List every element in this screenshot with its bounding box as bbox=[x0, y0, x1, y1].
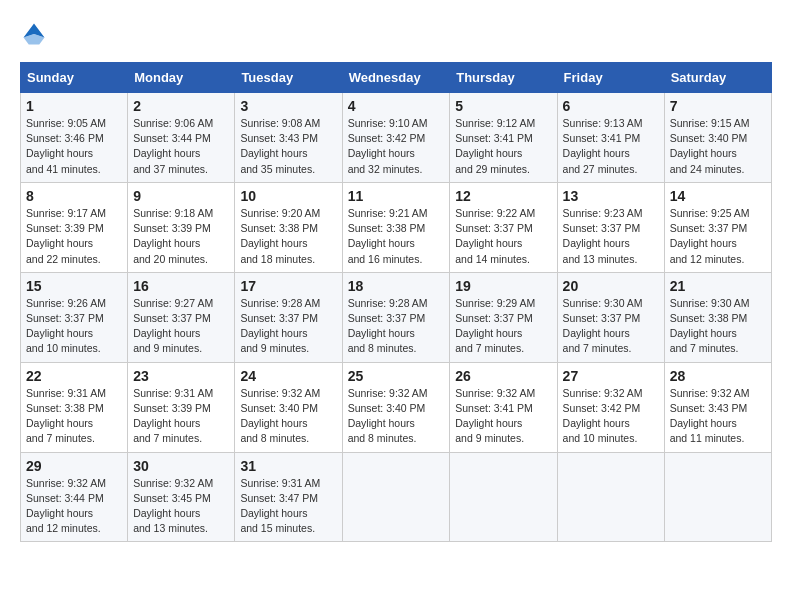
calendar-cell: 18 Sunrise: 9:28 AMSunset: 3:37 PMDaylig… bbox=[342, 272, 450, 362]
day-number: 2 bbox=[133, 98, 229, 114]
day-number: 15 bbox=[26, 278, 122, 294]
cell-info: Sunrise: 9:20 AMSunset: 3:38 PMDaylight … bbox=[240, 207, 320, 265]
day-number: 23 bbox=[133, 368, 229, 384]
weekday-header-wednesday: Wednesday bbox=[342, 63, 450, 93]
cell-info: Sunrise: 9:32 AMSunset: 3:43 PMDaylight … bbox=[670, 387, 750, 445]
calendar-cell: 5 Sunrise: 9:12 AMSunset: 3:41 PMDayligh… bbox=[450, 93, 557, 183]
day-number: 19 bbox=[455, 278, 551, 294]
weekday-header-friday: Friday bbox=[557, 63, 664, 93]
day-number: 26 bbox=[455, 368, 551, 384]
calendar-cell: 28 Sunrise: 9:32 AMSunset: 3:43 PMDaylig… bbox=[664, 362, 771, 452]
calendar-cell: 13 Sunrise: 9:23 AMSunset: 3:37 PMDaylig… bbox=[557, 182, 664, 272]
calendar-cell: 20 Sunrise: 9:30 AMSunset: 3:37 PMDaylig… bbox=[557, 272, 664, 362]
calendar-cell: 15 Sunrise: 9:26 AMSunset: 3:37 PMDaylig… bbox=[21, 272, 128, 362]
cell-info: Sunrise: 9:06 AMSunset: 3:44 PMDaylight … bbox=[133, 117, 213, 175]
day-number: 12 bbox=[455, 188, 551, 204]
cell-info: Sunrise: 9:23 AMSunset: 3:37 PMDaylight … bbox=[563, 207, 643, 265]
cell-info: Sunrise: 9:25 AMSunset: 3:37 PMDaylight … bbox=[670, 207, 750, 265]
day-number: 16 bbox=[133, 278, 229, 294]
page-header bbox=[20, 20, 772, 48]
calendar-cell: 22 Sunrise: 9:31 AMSunset: 3:38 PMDaylig… bbox=[21, 362, 128, 452]
calendar-cell: 4 Sunrise: 9:10 AMSunset: 3:42 PMDayligh… bbox=[342, 93, 450, 183]
day-number: 9 bbox=[133, 188, 229, 204]
cell-info: Sunrise: 9:05 AMSunset: 3:46 PMDaylight … bbox=[26, 117, 106, 175]
day-number: 14 bbox=[670, 188, 766, 204]
calendar-body: 1 Sunrise: 9:05 AMSunset: 3:46 PMDayligh… bbox=[21, 93, 772, 542]
day-number: 28 bbox=[670, 368, 766, 384]
cell-info: Sunrise: 9:30 AMSunset: 3:38 PMDaylight … bbox=[670, 297, 750, 355]
calendar-cell: 30 Sunrise: 9:32 AMSunset: 3:45 PMDaylig… bbox=[128, 452, 235, 542]
day-number: 6 bbox=[563, 98, 659, 114]
calendar-cell: 27 Sunrise: 9:32 AMSunset: 3:42 PMDaylig… bbox=[557, 362, 664, 452]
calendar-cell: 16 Sunrise: 9:27 AMSunset: 3:37 PMDaylig… bbox=[128, 272, 235, 362]
calendar-week-1: 1 Sunrise: 9:05 AMSunset: 3:46 PMDayligh… bbox=[21, 93, 772, 183]
day-number: 20 bbox=[563, 278, 659, 294]
day-number: 24 bbox=[240, 368, 336, 384]
cell-info: Sunrise: 9:31 AMSunset: 3:47 PMDaylight … bbox=[240, 477, 320, 535]
calendar-cell: 2 Sunrise: 9:06 AMSunset: 3:44 PMDayligh… bbox=[128, 93, 235, 183]
calendar-cell: 12 Sunrise: 9:22 AMSunset: 3:37 PMDaylig… bbox=[450, 182, 557, 272]
calendar-cell: 10 Sunrise: 9:20 AMSunset: 3:38 PMDaylig… bbox=[235, 182, 342, 272]
calendar-cell bbox=[664, 452, 771, 542]
cell-info: Sunrise: 9:12 AMSunset: 3:41 PMDaylight … bbox=[455, 117, 535, 175]
cell-info: Sunrise: 9:10 AMSunset: 3:42 PMDaylight … bbox=[348, 117, 428, 175]
cell-info: Sunrise: 9:28 AMSunset: 3:37 PMDaylight … bbox=[240, 297, 320, 355]
calendar-cell: 29 Sunrise: 9:32 AMSunset: 3:44 PMDaylig… bbox=[21, 452, 128, 542]
calendar-cell: 26 Sunrise: 9:32 AMSunset: 3:41 PMDaylig… bbox=[450, 362, 557, 452]
calendar-cell: 25 Sunrise: 9:32 AMSunset: 3:40 PMDaylig… bbox=[342, 362, 450, 452]
weekday-header-thursday: Thursday bbox=[450, 63, 557, 93]
cell-info: Sunrise: 9:31 AMSunset: 3:38 PMDaylight … bbox=[26, 387, 106, 445]
calendar-header-row: SundayMondayTuesdayWednesdayThursdayFrid… bbox=[21, 63, 772, 93]
calendar-table: SundayMondayTuesdayWednesdayThursdayFrid… bbox=[20, 62, 772, 542]
cell-info: Sunrise: 9:17 AMSunset: 3:39 PMDaylight … bbox=[26, 207, 106, 265]
day-number: 7 bbox=[670, 98, 766, 114]
cell-info: Sunrise: 9:28 AMSunset: 3:37 PMDaylight … bbox=[348, 297, 428, 355]
calendar-cell bbox=[342, 452, 450, 542]
day-number: 31 bbox=[240, 458, 336, 474]
day-number: 27 bbox=[563, 368, 659, 384]
cell-info: Sunrise: 9:13 AMSunset: 3:41 PMDaylight … bbox=[563, 117, 643, 175]
calendar-cell: 19 Sunrise: 9:29 AMSunset: 3:37 PMDaylig… bbox=[450, 272, 557, 362]
day-number: 25 bbox=[348, 368, 445, 384]
cell-info: Sunrise: 9:32 AMSunset: 3:45 PMDaylight … bbox=[133, 477, 213, 535]
day-number: 4 bbox=[348, 98, 445, 114]
calendar-week-4: 22 Sunrise: 9:31 AMSunset: 3:38 PMDaylig… bbox=[21, 362, 772, 452]
cell-info: Sunrise: 9:32 AMSunset: 3:40 PMDaylight … bbox=[240, 387, 320, 445]
calendar-cell: 21 Sunrise: 9:30 AMSunset: 3:38 PMDaylig… bbox=[664, 272, 771, 362]
cell-info: Sunrise: 9:31 AMSunset: 3:39 PMDaylight … bbox=[133, 387, 213, 445]
day-number: 10 bbox=[240, 188, 336, 204]
day-number: 5 bbox=[455, 98, 551, 114]
day-number: 30 bbox=[133, 458, 229, 474]
cell-info: Sunrise: 9:26 AMSunset: 3:37 PMDaylight … bbox=[26, 297, 106, 355]
cell-info: Sunrise: 9:22 AMSunset: 3:37 PMDaylight … bbox=[455, 207, 535, 265]
day-number: 1 bbox=[26, 98, 122, 114]
calendar-week-5: 29 Sunrise: 9:32 AMSunset: 3:44 PMDaylig… bbox=[21, 452, 772, 542]
cell-info: Sunrise: 9:30 AMSunset: 3:37 PMDaylight … bbox=[563, 297, 643, 355]
day-number: 18 bbox=[348, 278, 445, 294]
day-number: 21 bbox=[670, 278, 766, 294]
calendar-cell bbox=[450, 452, 557, 542]
cell-info: Sunrise: 9:29 AMSunset: 3:37 PMDaylight … bbox=[455, 297, 535, 355]
day-number: 8 bbox=[26, 188, 122, 204]
calendar-cell: 14 Sunrise: 9:25 AMSunset: 3:37 PMDaylig… bbox=[664, 182, 771, 272]
cell-info: Sunrise: 9:32 AMSunset: 3:41 PMDaylight … bbox=[455, 387, 535, 445]
cell-info: Sunrise: 9:32 AMSunset: 3:44 PMDaylight … bbox=[26, 477, 106, 535]
day-number: 13 bbox=[563, 188, 659, 204]
cell-info: Sunrise: 9:32 AMSunset: 3:42 PMDaylight … bbox=[563, 387, 643, 445]
weekday-header-tuesday: Tuesday bbox=[235, 63, 342, 93]
calendar-cell: 23 Sunrise: 9:31 AMSunset: 3:39 PMDaylig… bbox=[128, 362, 235, 452]
weekday-header-sunday: Sunday bbox=[21, 63, 128, 93]
calendar-cell: 1 Sunrise: 9:05 AMSunset: 3:46 PMDayligh… bbox=[21, 93, 128, 183]
weekday-header-monday: Monday bbox=[128, 63, 235, 93]
calendar-week-3: 15 Sunrise: 9:26 AMSunset: 3:37 PMDaylig… bbox=[21, 272, 772, 362]
calendar-cell: 3 Sunrise: 9:08 AMSunset: 3:43 PMDayligh… bbox=[235, 93, 342, 183]
calendar-cell: 11 Sunrise: 9:21 AMSunset: 3:38 PMDaylig… bbox=[342, 182, 450, 272]
calendar-cell: 17 Sunrise: 9:28 AMSunset: 3:37 PMDaylig… bbox=[235, 272, 342, 362]
cell-info: Sunrise: 9:08 AMSunset: 3:43 PMDaylight … bbox=[240, 117, 320, 175]
cell-info: Sunrise: 9:27 AMSunset: 3:37 PMDaylight … bbox=[133, 297, 213, 355]
cell-info: Sunrise: 9:32 AMSunset: 3:40 PMDaylight … bbox=[348, 387, 428, 445]
calendar-cell: 9 Sunrise: 9:18 AMSunset: 3:39 PMDayligh… bbox=[128, 182, 235, 272]
cell-info: Sunrise: 9:18 AMSunset: 3:39 PMDaylight … bbox=[133, 207, 213, 265]
day-number: 29 bbox=[26, 458, 122, 474]
cell-info: Sunrise: 9:15 AMSunset: 3:40 PMDaylight … bbox=[670, 117, 750, 175]
